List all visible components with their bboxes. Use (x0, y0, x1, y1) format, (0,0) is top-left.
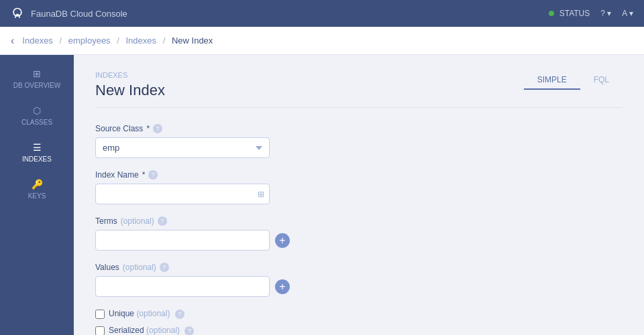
unique-help-icon[interactable]: ? (175, 310, 184, 319)
fauna-logo (11, 7, 24, 20)
breadcrumb: Indexes / employees / Indexes / New Inde… (22, 36, 213, 46)
index-name-input-wrapper: ⊞ (95, 184, 270, 204)
topnav: FaunaDB Cloud Console STATUS ? ▾ A ▾ (0, 0, 644, 27)
help-button[interactable]: ? ▾ (600, 9, 611, 18)
tab-group: SIMPLE FQL (524, 71, 623, 90)
indexes-icon: ☰ (33, 142, 42, 153)
classes-icon: ⬡ (33, 105, 41, 116)
tab-simple[interactable]: SIMPLE (524, 71, 580, 90)
index-name-label: Index Name * ? (95, 170, 444, 180)
values-input-row: + (95, 276, 444, 297)
source-class-label: Source Class * ? (95, 124, 444, 133)
serialized-checkbox[interactable] (95, 326, 105, 336)
values-input[interactable] (95, 276, 270, 297)
page-title-group: Indexes New Index (95, 71, 165, 99)
terms-group: Terms (optional) ? + (95, 216, 444, 251)
page-subtitle: Indexes (95, 71, 165, 79)
db-overview-icon: ⊞ (33, 68, 41, 79)
app-title: FaunaDB Cloud Console (31, 9, 127, 19)
unique-checkbox-item: Unique (optional) ? (95, 309, 444, 319)
serialized-checkbox-item: Serialized (optional) ? (95, 326, 444, 335)
breadcrumb-indexes-2[interactable]: Indexes (126, 36, 157, 46)
source-class-group: Source Class * ? emp (95, 124, 444, 158)
sidebar-item-label-keys: KEYS (28, 192, 46, 200)
source-class-select[interactable]: emp (95, 137, 270, 158)
terms-help-icon[interactable]: ? (158, 216, 167, 226)
tab-fql[interactable]: FQL (580, 71, 623, 90)
terms-input[interactable] (95, 230, 270, 251)
breadcrumb-indexes[interactable]: Indexes (22, 36, 53, 46)
breadcrumb-bar: ‹ Indexes / employees / Indexes / New In… (0, 27, 644, 55)
sidebar: ⊞ DB OVERVIEW ⬡ CLASSES ☰ INDEXES 🔑 KEYS (0, 55, 74, 335)
keys-icon: 🔑 (32, 179, 43, 190)
breadcrumb-new-index: New Index (172, 36, 213, 46)
unique-label: Unique (optional) ? (109, 309, 184, 319)
values-group: Values (optional) ? + (95, 263, 444, 297)
page-header: Indexes New Index SIMPLE FQL (95, 71, 623, 108)
sidebar-item-label-db-overview: DB OVERVIEW (13, 82, 60, 89)
sidebar-item-db-overview[interactable]: ⊞ DB OVERVIEW (0, 60, 74, 97)
index-name-help-icon[interactable]: ? (148, 170, 158, 180)
values-add-button[interactable]: + (275, 279, 290, 294)
status-dot (549, 11, 554, 16)
sidebar-item-label-classes: CLASSES (21, 119, 52, 126)
page-title: New Index (95, 82, 165, 99)
source-class-help-icon[interactable]: ? (153, 124, 162, 133)
terms-label: Terms (optional) ? (95, 216, 444, 226)
index-name-group: Index Name * ? ⊞ (95, 170, 444, 204)
layout: ⊞ DB OVERVIEW ⬡ CLASSES ☰ INDEXES 🔑 KEYS… (0, 55, 644, 335)
topnav-right: STATUS ? ▾ A ▾ (549, 9, 633, 18)
values-label: Values (optional) ? (95, 263, 444, 272)
sidebar-item-classes[interactable]: ⬡ CLASSES (0, 97, 74, 134)
status-label: STATUS (559, 9, 590, 18)
main-content: Indexes New Index SIMPLE FQL Source Clas… (74, 55, 644, 335)
index-name-input[interactable] (95, 184, 270, 204)
serialized-label: Serialized (optional) ? (109, 326, 194, 335)
unique-checkbox[interactable] (95, 310, 105, 319)
required-star: * (146, 124, 150, 133)
breadcrumb-sep-2: / (117, 36, 119, 46)
sidebar-item-indexes[interactable]: ☰ INDEXES (0, 134, 74, 171)
index-name-required-star: * (142, 170, 146, 180)
back-button[interactable]: ‹ (11, 35, 14, 47)
serialized-help-icon[interactable]: ? (184, 326, 194, 335)
checkbox-group: Unique (optional) ? Serialized (optional… (95, 309, 444, 335)
input-grid-icon: ⊞ (258, 190, 264, 199)
breadcrumb-sep-3: / (163, 36, 166, 46)
terms-input-row: + (95, 230, 444, 251)
topnav-left: FaunaDB Cloud Console (11, 7, 127, 20)
status-indicator: STATUS (549, 9, 590, 18)
terms-add-button[interactable]: + (275, 233, 290, 248)
sidebar-item-keys[interactable]: 🔑 KEYS (0, 171, 74, 208)
breadcrumb-employees[interactable]: employees (68, 36, 111, 46)
sidebar-item-label-indexes: INDEXES (22, 155, 52, 163)
account-button[interactable]: A ▾ (622, 9, 633, 18)
values-help-icon[interactable]: ? (160, 263, 169, 272)
form-section: Source Class * ? emp Index Name * ? ⊞ (95, 124, 444, 335)
breadcrumb-sep-1: / (60, 36, 62, 46)
